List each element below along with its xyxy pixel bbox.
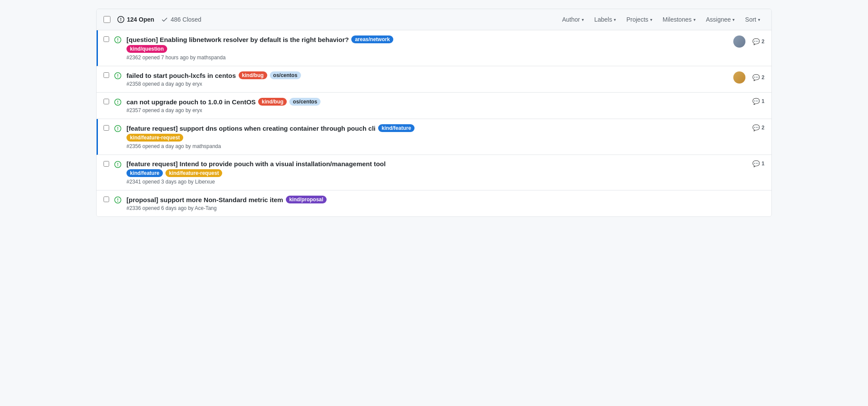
issue-title[interactable]: failed to start pouch-lxcfs in centos <box>126 72 236 79</box>
issue-title-row: failed to start pouch-lxcfs in centos ki… <box>126 71 728 79</box>
comment-count[interactable]: 💬 2 <box>752 124 764 131</box>
issue-open-icon <box>114 161 121 169</box>
comment-number: 2 <box>761 125 764 131</box>
label-tag[interactable]: kind/feature-request <box>165 169 222 177</box>
comment-icon: 💬 <box>752 74 760 81</box>
issue-checkbox[interactable] <box>104 36 109 42</box>
issue-meta: #2357 opened a day ago by eryx <box>126 107 728 113</box>
open-count[interactable]: 124 Open <box>117 16 154 23</box>
labels-filter-button[interactable]: Labels ▾ <box>590 13 620 26</box>
issue-title[interactable]: can not upgrade pouch to 1.0.0 in CentOS <box>126 98 256 106</box>
label-tag[interactable]: kind/feature <box>378 124 415 132</box>
milestones-filter-button[interactable]: Milestones ▾ <box>658 13 700 26</box>
select-all-checkbox[interactable] <box>104 16 110 23</box>
open-issues-icon <box>117 16 124 23</box>
label-tag[interactable]: kind/bug <box>239 71 267 79</box>
sort-filter-button[interactable]: Sort ▾ <box>741 13 764 26</box>
assignee-chevron-icon: ▾ <box>732 17 735 22</box>
issue-labels-row: kind/question <box>126 45 728 53</box>
issue-open-icon <box>114 99 121 107</box>
comment-icon: 💬 <box>752 124 760 131</box>
issue-content: [feature request] support dns options wh… <box>126 124 728 149</box>
issue-labels-row: kind/featurekind/feature-request <box>126 169 728 177</box>
issue-checkbox[interactable] <box>104 125 109 131</box>
comment-count[interactable]: 💬 1 <box>752 160 764 167</box>
issue-title-row: [feature request] Intend to provide pouc… <box>126 160 728 168</box>
label-tag[interactable]: areas/network <box>351 35 393 43</box>
closed-count-text: 486 Closed <box>171 16 201 23</box>
comment-icon: 💬 <box>752 98 760 105</box>
avatar <box>733 35 745 48</box>
issue-row: failed to start pouch-lxcfs in centos ki… <box>97 66 771 93</box>
issue-checkbox[interactable] <box>104 99 109 104</box>
closed-count[interactable]: 486 Closed <box>161 16 201 23</box>
issues-header: 124 Open 486 Closed Author ▾ Labels ▾ Pr… <box>97 9 771 30</box>
assignee-filter-button[interactable]: Assignee ▾ <box>702 13 739 26</box>
issue-right: 💬 2 <box>733 71 764 84</box>
issue-open-icon <box>114 72 121 81</box>
issue-meta: #2362 opened 7 hours ago by mathspanda <box>126 55 728 61</box>
issue-meta: #2341 opened 3 days ago by Liberxue <box>126 179 728 185</box>
comment-number: 2 <box>761 39 764 45</box>
issues-list: [question] Enabling libnetwork resolver … <box>97 30 771 216</box>
comment-icon: 💬 <box>752 38 760 45</box>
issue-right: 💬 2 <box>733 35 764 48</box>
issue-content: [question] Enabling libnetwork resolver … <box>126 35 728 61</box>
projects-filter-button[interactable]: Projects ▾ <box>622 13 657 26</box>
issue-checkbox[interactable] <box>104 161 109 167</box>
open-count-text: 124 Open <box>127 16 154 23</box>
issue-content: failed to start pouch-lxcfs in centos ki… <box>126 71 728 87</box>
comment-count[interactable]: 💬 2 <box>752 38 764 45</box>
issue-row: [question] Enabling libnetwork resolver … <box>97 30 771 66</box>
issue-content: [proposal] support more Non-Standard met… <box>126 196 728 211</box>
avatar-image <box>733 71 745 84</box>
issue-content: can not upgrade pouch to 1.0.0 in CentOS… <box>126 98 728 113</box>
label-tag[interactable]: kind/bug <box>258 98 287 106</box>
issue-title-row: can not upgrade pouch to 1.0.0 in CentOS… <box>126 98 728 106</box>
issue-open-icon <box>114 197 121 205</box>
issue-open-icon <box>114 36 121 45</box>
header-filters: Author ▾ Labels ▾ Projects ▾ Milestones … <box>558 13 764 26</box>
author-filter-button[interactable]: Author ▾ <box>558 13 588 26</box>
label-tag[interactable]: kind/proposal <box>286 196 327 203</box>
issue-right: 💬 2 <box>733 124 764 131</box>
issue-title-row: [feature request] support dns options wh… <box>126 124 728 132</box>
comment-icon: 💬 <box>752 160 760 167</box>
issue-row: [feature request] support dns options wh… <box>97 119 771 155</box>
milestones-chevron-icon: ▾ <box>693 17 696 22</box>
issue-title[interactable]: [question] Enabling libnetwork resolver … <box>126 36 349 43</box>
issue-title-row: [proposal] support more Non-Standard met… <box>126 196 728 203</box>
avatar <box>733 71 745 84</box>
issue-content: [feature request] Intend to provide pouc… <box>126 160 728 185</box>
issue-open-icon <box>114 125 121 133</box>
comment-count[interactable]: 💬 2 <box>752 74 764 81</box>
issue-title[interactable]: [feature request] Intend to provide pouc… <box>126 160 385 168</box>
issue-title[interactable]: [feature request] support dns options wh… <box>126 125 376 132</box>
issue-row: [proposal] support more Non-Standard met… <box>97 190 771 216</box>
issues-container: 124 Open 486 Closed Author ▾ Labels ▾ Pr… <box>96 9 772 217</box>
issue-labels-row: kind/feature-request <box>126 134 728 142</box>
issue-meta: #2358 opened a day ago by eryx <box>126 81 728 87</box>
label-tag[interactable]: os/centos <box>270 71 301 79</box>
header-left: 124 Open 486 Closed <box>104 16 551 23</box>
projects-chevron-icon: ▾ <box>650 17 652 22</box>
issue-title-row: [question] Enabling libnetwork resolver … <box>126 35 728 43</box>
issue-row: [feature request] Intend to provide pouc… <box>97 155 771 190</box>
labels-chevron-icon: ▾ <box>614 17 616 22</box>
comment-number: 2 <box>761 74 764 81</box>
author-chevron-icon: ▾ <box>582 17 584 22</box>
issue-right: 💬 0 <box>733 196 764 203</box>
issue-right: 💬 1 <box>733 160 764 167</box>
issue-checkbox[interactable] <box>104 72 109 78</box>
label-tag[interactable]: kind/question <box>126 45 167 53</box>
comment-number: 1 <box>761 98 764 104</box>
comment-count[interactable]: 💬 1 <box>752 98 764 105</box>
label-tag[interactable]: os/centos <box>289 98 321 106</box>
label-tag[interactable]: kind/feature <box>126 169 163 177</box>
issue-title[interactable]: [proposal] support more Non-Standard met… <box>126 196 283 203</box>
issue-row: can not upgrade pouch to 1.0.0 in CentOS… <box>97 93 771 119</box>
issue-checkbox[interactable] <box>104 197 109 202</box>
avatar-image <box>733 35 745 48</box>
label-tag[interactable]: kind/feature-request <box>126 134 183 142</box>
comment-number: 1 <box>761 161 764 167</box>
